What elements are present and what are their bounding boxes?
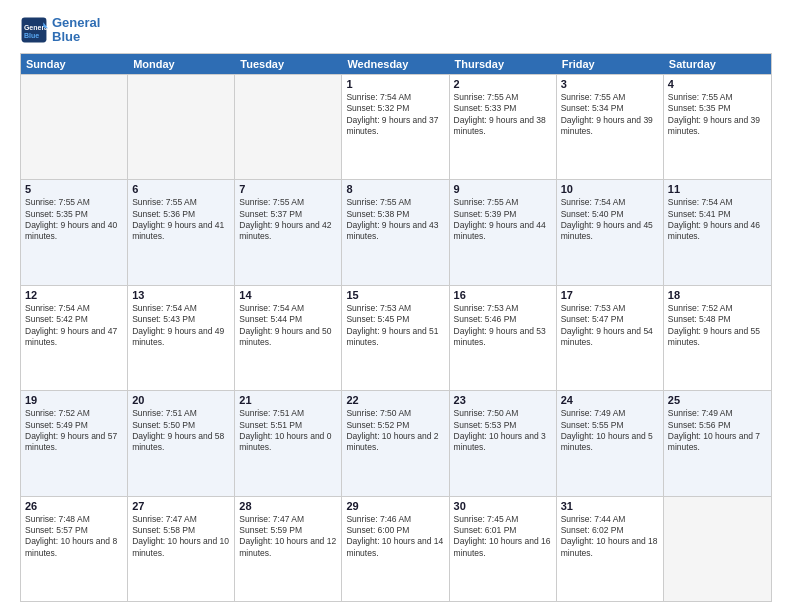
daylight-text: Daylight: 10 hours and 14 minutes. <box>346 536 444 559</box>
sunset-text: Sunset: 5:50 PM <box>132 420 230 431</box>
daylight-text: Daylight: 9 hours and 39 minutes. <box>561 115 659 138</box>
day-cell-27: 27Sunrise: 7:47 AMSunset: 5:58 PMDayligh… <box>128 497 235 601</box>
daylight-text: Daylight: 9 hours and 47 minutes. <box>25 326 123 349</box>
header-day-thursday: Thursday <box>450 54 557 74</box>
sunrise-text: Sunrise: 7:55 AM <box>132 197 230 208</box>
day-cell-18: 18Sunrise: 7:52 AMSunset: 5:48 PMDayligh… <box>664 286 771 390</box>
day-number: 3 <box>561 78 659 90</box>
sunset-text: Sunset: 5:37 PM <box>239 209 337 220</box>
day-cell-3: 3Sunrise: 7:55 AMSunset: 5:34 PMDaylight… <box>557 75 664 179</box>
day-number: 12 <box>25 289 123 301</box>
day-cell-16: 16Sunrise: 7:53 AMSunset: 5:46 PMDayligh… <box>450 286 557 390</box>
sunrise-text: Sunrise: 7:54 AM <box>561 197 659 208</box>
day-number: 21 <box>239 394 337 406</box>
day-number: 7 <box>239 183 337 195</box>
daylight-text: Daylight: 9 hours and 38 minutes. <box>454 115 552 138</box>
sunrise-text: Sunrise: 7:50 AM <box>346 408 444 419</box>
day-cell-2: 2Sunrise: 7:55 AMSunset: 5:33 PMDaylight… <box>450 75 557 179</box>
day-cell-19: 19Sunrise: 7:52 AMSunset: 5:49 PMDayligh… <box>21 391 128 495</box>
day-cell-14: 14Sunrise: 7:54 AMSunset: 5:44 PMDayligh… <box>235 286 342 390</box>
day-cell-31: 31Sunrise: 7:44 AMSunset: 6:02 PMDayligh… <box>557 497 664 601</box>
day-number: 11 <box>668 183 767 195</box>
day-cell-5: 5Sunrise: 7:55 AMSunset: 5:35 PMDaylight… <box>21 180 128 284</box>
day-cell-9: 9Sunrise: 7:55 AMSunset: 5:39 PMDaylight… <box>450 180 557 284</box>
daylight-text: Daylight: 9 hours and 37 minutes. <box>346 115 444 138</box>
daylight-text: Daylight: 10 hours and 10 minutes. <box>132 536 230 559</box>
sunrise-text: Sunrise: 7:55 AM <box>239 197 337 208</box>
sunrise-text: Sunrise: 7:45 AM <box>454 514 552 525</box>
empty-cell <box>128 75 235 179</box>
day-number: 16 <box>454 289 552 301</box>
day-number: 24 <box>561 394 659 406</box>
week-row-4: 19Sunrise: 7:52 AMSunset: 5:49 PMDayligh… <box>21 390 771 495</box>
sunset-text: Sunset: 5:35 PM <box>25 209 123 220</box>
daylight-text: Daylight: 9 hours and 43 minutes. <box>346 220 444 243</box>
daylight-text: Daylight: 10 hours and 16 minutes. <box>454 536 552 559</box>
sunrise-text: Sunrise: 7:55 AM <box>561 92 659 103</box>
week-row-3: 12Sunrise: 7:54 AMSunset: 5:42 PMDayligh… <box>21 285 771 390</box>
empty-cell <box>235 75 342 179</box>
header-day-monday: Monday <box>128 54 235 74</box>
day-cell-11: 11Sunrise: 7:54 AMSunset: 5:41 PMDayligh… <box>664 180 771 284</box>
day-number: 6 <box>132 183 230 195</box>
sunset-text: Sunset: 5:58 PM <box>132 525 230 536</box>
day-cell-23: 23Sunrise: 7:50 AMSunset: 5:53 PMDayligh… <box>450 391 557 495</box>
daylight-text: Daylight: 10 hours and 5 minutes. <box>561 431 659 454</box>
sunset-text: Sunset: 5:57 PM <box>25 525 123 536</box>
daylight-text: Daylight: 9 hours and 44 minutes. <box>454 220 552 243</box>
day-number: 19 <box>25 394 123 406</box>
day-cell-30: 30Sunrise: 7:45 AMSunset: 6:01 PMDayligh… <box>450 497 557 601</box>
sunset-text: Sunset: 5:33 PM <box>454 103 552 114</box>
day-cell-28: 28Sunrise: 7:47 AMSunset: 5:59 PMDayligh… <box>235 497 342 601</box>
day-number: 28 <box>239 500 337 512</box>
sunrise-text: Sunrise: 7:55 AM <box>346 197 444 208</box>
sunset-text: Sunset: 5:46 PM <box>454 314 552 325</box>
daylight-text: Daylight: 10 hours and 2 minutes. <box>346 431 444 454</box>
daylight-text: Daylight: 9 hours and 50 minutes. <box>239 326 337 349</box>
sunrise-text: Sunrise: 7:50 AM <box>454 408 552 419</box>
sunrise-text: Sunrise: 7:52 AM <box>25 408 123 419</box>
calendar: SundayMondayTuesdayWednesdayThursdayFrid… <box>20 53 772 602</box>
sunrise-text: Sunrise: 7:54 AM <box>239 303 337 314</box>
sunset-text: Sunset: 5:51 PM <box>239 420 337 431</box>
sunrise-text: Sunrise: 7:55 AM <box>454 197 552 208</box>
sunset-text: Sunset: 5:35 PM <box>668 103 767 114</box>
day-number: 18 <box>668 289 767 301</box>
sunset-text: Sunset: 5:47 PM <box>561 314 659 325</box>
sunset-text: Sunset: 5:41 PM <box>668 209 767 220</box>
daylight-text: Daylight: 9 hours and 57 minutes. <box>25 431 123 454</box>
sunset-text: Sunset: 5:36 PM <box>132 209 230 220</box>
day-cell-29: 29Sunrise: 7:46 AMSunset: 6:00 PMDayligh… <box>342 497 449 601</box>
sunrise-text: Sunrise: 7:47 AM <box>132 514 230 525</box>
daylight-text: Daylight: 9 hours and 40 minutes. <box>25 220 123 243</box>
sunset-text: Sunset: 5:39 PM <box>454 209 552 220</box>
header-day-friday: Friday <box>557 54 664 74</box>
calendar-body: 1Sunrise: 7:54 AMSunset: 5:32 PMDaylight… <box>21 74 771 601</box>
day-number: 5 <box>25 183 123 195</box>
header-day-sunday: Sunday <box>21 54 128 74</box>
sunset-text: Sunset: 5:56 PM <box>668 420 767 431</box>
sunset-text: Sunset: 5:38 PM <box>346 209 444 220</box>
day-cell-6: 6Sunrise: 7:55 AMSunset: 5:36 PMDaylight… <box>128 180 235 284</box>
daylight-text: Daylight: 9 hours and 58 minutes. <box>132 431 230 454</box>
day-cell-25: 25Sunrise: 7:49 AMSunset: 5:56 PMDayligh… <box>664 391 771 495</box>
daylight-text: Daylight: 10 hours and 7 minutes. <box>668 431 767 454</box>
sunset-text: Sunset: 5:52 PM <box>346 420 444 431</box>
sunrise-text: Sunrise: 7:54 AM <box>132 303 230 314</box>
sunset-text: Sunset: 5:42 PM <box>25 314 123 325</box>
daylight-text: Daylight: 9 hours and 53 minutes. <box>454 326 552 349</box>
day-number: 4 <box>668 78 767 90</box>
day-number: 25 <box>668 394 767 406</box>
sunrise-text: Sunrise: 7:53 AM <box>454 303 552 314</box>
empty-cell <box>21 75 128 179</box>
daylight-text: Daylight: 9 hours and 46 minutes. <box>668 220 767 243</box>
day-cell-17: 17Sunrise: 7:53 AMSunset: 5:47 PMDayligh… <box>557 286 664 390</box>
sunset-text: Sunset: 5:45 PM <box>346 314 444 325</box>
sunrise-text: Sunrise: 7:51 AM <box>132 408 230 419</box>
sunset-text: Sunset: 5:44 PM <box>239 314 337 325</box>
day-number: 9 <box>454 183 552 195</box>
day-cell-24: 24Sunrise: 7:49 AMSunset: 5:55 PMDayligh… <box>557 391 664 495</box>
sunset-text: Sunset: 5:34 PM <box>561 103 659 114</box>
sunset-text: Sunset: 5:55 PM <box>561 420 659 431</box>
day-cell-12: 12Sunrise: 7:54 AMSunset: 5:42 PMDayligh… <box>21 286 128 390</box>
